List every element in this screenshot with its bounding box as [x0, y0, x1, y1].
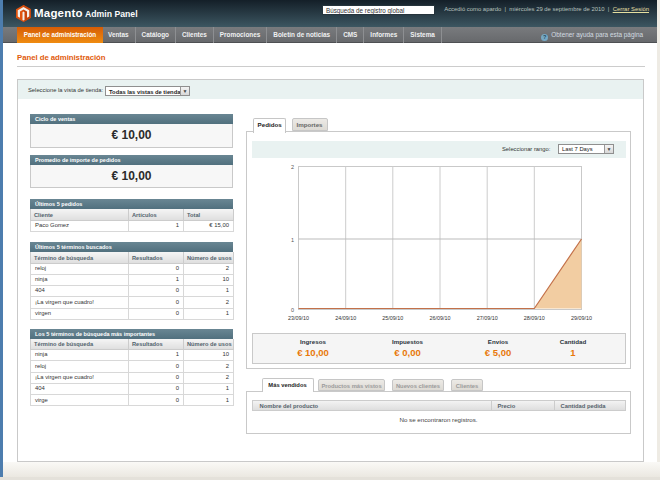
svg-text:29/09/10: 29/09/10 — [571, 315, 592, 321]
svg-text:27/09/10: 27/09/10 — [477, 315, 498, 321]
svg-text:2: 2 — [291, 164, 294, 170]
svg-text:1: 1 — [291, 237, 294, 243]
svg-text:24/09/10: 24/09/10 — [335, 315, 356, 321]
svg-text:28/09/10: 28/09/10 — [524, 315, 545, 321]
svg-text:0: 0 — [291, 307, 294, 313]
svg-text:23/09/10: 23/09/10 — [288, 315, 309, 321]
svg-text:25/09/10: 25/09/10 — [382, 315, 403, 321]
svg-text:26/09/10: 26/09/10 — [430, 315, 451, 321]
